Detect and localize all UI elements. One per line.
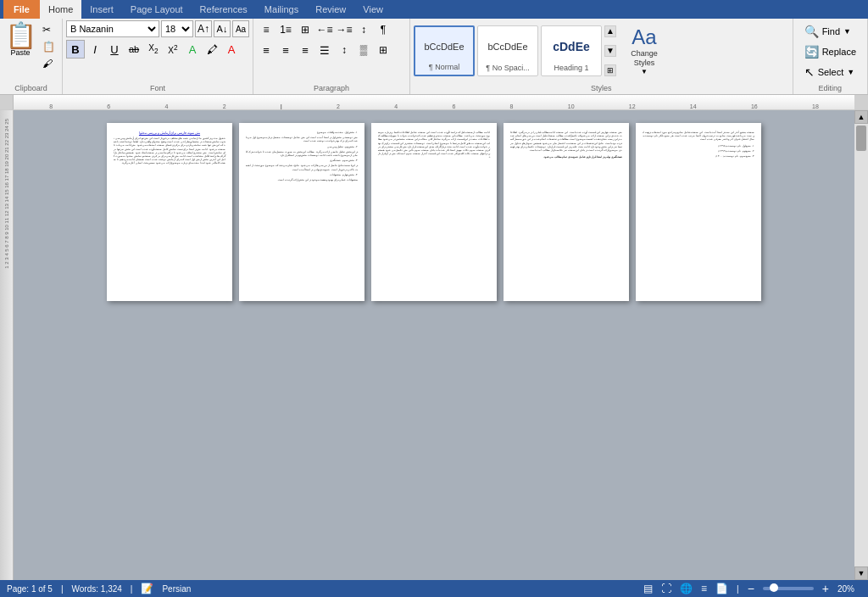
strikethrough-button[interactable]: ab: [125, 40, 143, 59]
align-center-button[interactable]: ≡: [276, 41, 295, 59]
borders-button[interactable]: ⊞: [374, 41, 392, 59]
full-screen-button[interactable]: ⛶: [661, 583, 671, 594]
draft-view-button[interactable]: 📄: [715, 583, 728, 594]
zoom-out-button[interactable]: −: [748, 582, 754, 595]
style-heading1[interactable]: cDdEe Heading 1: [541, 25, 602, 76]
editing-group-label: Editing: [793, 84, 867, 92]
page-5: صفحه پنجم و آخر این سند در اینجا آمده اس…: [636, 123, 761, 301]
review-tab[interactable]: Review: [307, 0, 354, 19]
vertical-ruler: 1 2 3 4 5 6 7 8 9 10 11 12 13 14 15 16 1…: [0, 110, 14, 580]
styles-group-label: Styles: [410, 84, 793, 92]
zoom-level: 20%: [837, 584, 861, 594]
increase-indent-button[interactable]: →≡: [335, 20, 353, 39]
page-layout-tab[interactable]: Page Layout: [122, 0, 192, 19]
paragraph-group: ≡ 1≡ ⊞ ←≡ →≡ ↕ ¶ ≡ ≡ ≡ ☰ ↕ ▒ ⊞ Paragraph: [253, 19, 410, 94]
sort-button[interactable]: ↕: [354, 20, 373, 39]
outline-view-button[interactable]: ≡: [701, 583, 707, 594]
bold-button[interactable]: B: [66, 40, 85, 59]
font-color-button[interactable]: A: [222, 40, 241, 59]
view-tab[interactable]: View: [354, 0, 392, 19]
line-spacing-button[interactable]: ↕: [335, 41, 353, 59]
scroll-thumb[interactable]: [856, 126, 866, 151]
font-size-select[interactable]: 18: [161, 20, 193, 37]
scroll-up-button[interactable]: ▲: [854, 110, 868, 124]
shading-button[interactable]: ▒: [354, 41, 373, 59]
underline-button[interactable]: U: [105, 40, 124, 59]
change-styles-button[interactable]: Aa Change Styles ▼: [619, 22, 670, 79]
font-name-select[interactable]: B Nazanin: [66, 20, 159, 37]
document-area: متن نمونه فارسی برای آزمایش و بررسی محتو…: [14, 110, 854, 580]
clipboard-group-label: Clipboard: [0, 84, 62, 92]
zoom-slider[interactable]: [763, 587, 814, 590]
superscript-button[interactable]: X2: [164, 40, 182, 59]
references-tab[interactable]: References: [192, 0, 256, 19]
shrink-font-button[interactable]: A↓: [214, 20, 231, 37]
copy-button[interactable]: 📋: [39, 39, 58, 54]
text-effects-button[interactable]: A: [183, 40, 202, 59]
styles-more[interactable]: ⊞: [604, 64, 616, 76]
style-no-spacing[interactable]: bCcDdEe ¶ No Spaci...: [477, 25, 538, 76]
font-group: B Nazanin 18 A↑ A↓ Aa B I U ab X2 X2 A 🖍…: [63, 19, 253, 94]
styles-group: bCcDdEe ¶ Normal bCcDdEe ¶ No Spaci... c…: [410, 19, 793, 94]
select-button[interactable]: ↖ Select ▼: [800, 63, 860, 81]
replace-button[interactable]: 🔄 Replace: [800, 42, 860, 61]
mailings-tab[interactable]: Mailings: [256, 0, 307, 19]
page-info: Page: 1 of 5: [7, 584, 53, 594]
grow-font-button[interactable]: A↑: [195, 20, 212, 37]
web-layout-button[interactable]: 🌐: [680, 583, 693, 594]
cut-button[interactable]: ✂: [39, 22, 58, 37]
find-button[interactable]: 🔍 Find ▼: [800, 22, 860, 41]
horizontal-ruler: 8 6 4 2 | 2 4 6 8 10 12 14 16 18: [14, 95, 854, 109]
print-layout-button[interactable]: ▤: [643, 583, 653, 594]
font-group-label: Font: [63, 84, 253, 92]
language-indicator[interactable]: Persian: [162, 584, 191, 594]
home-tab[interactable]: Home: [40, 0, 81, 19]
style-normal[interactable]: bCcDdEe ¶ Normal: [414, 25, 475, 76]
format-painter-button[interactable]: 🖌: [39, 56, 58, 71]
insert-tab[interactable]: Insert: [81, 0, 122, 19]
show-formatting-button[interactable]: ¶: [374, 20, 392, 39]
paragraph-group-label: Paragraph: [253, 84, 409, 92]
highlight-button[interactable]: 🖍: [203, 40, 221, 59]
justify-button[interactable]: ☰: [315, 41, 334, 59]
paste-button[interactable]: 📋 Paste: [3, 20, 37, 59]
subscript-button[interactable]: X2: [144, 40, 163, 59]
page-4: متن صفحه چهارم در این قسمت آورده شده است…: [504, 123, 629, 301]
scroll-down-button[interactable]: ▼: [854, 566, 868, 580]
file-tab[interactable]: File: [3, 0, 40, 19]
vertical-scrollbar[interactable]: ▲ ▼: [854, 110, 868, 580]
align-right-button[interactable]: ≡: [296, 41, 314, 59]
spelling-check-icon[interactable]: 📝: [141, 583, 153, 594]
status-bar: Page: 1 of 5 | Words: 1,324 | 📝 Persian …: [0, 580, 868, 597]
decrease-indent-button[interactable]: ←≡: [315, 20, 334, 39]
styles-scroll-up[interactable]: ▲: [604, 25, 616, 37]
align-left-button[interactable]: ≡: [257, 41, 275, 59]
zoom-in-button[interactable]: +: [822, 582, 829, 595]
styles-scroll-down[interactable]: ▼: [604, 45, 616, 57]
editing-group: 🔍 Find ▼ 🔄 Replace ↖ Select ▼ Editing: [793, 19, 868, 94]
italic-button[interactable]: I: [86, 40, 104, 59]
page-1: متن نمونه فارسی برای آزمایش و بررسی محتو…: [107, 123, 232, 301]
page-3: ادامه مطالب از صفحه قبل که در اینجا آورد…: [371, 123, 497, 301]
bullets-button[interactable]: ≡: [257, 20, 275, 39]
multilevel-list-button[interactable]: ⊞: [296, 20, 314, 39]
numbering-button[interactable]: 1≡: [276, 20, 295, 39]
clipboard-group: 📋 Paste ✂ 📋 🖌 Clipboard: [0, 19, 63, 94]
page-2: ۱- بخش اول: مقدمه و کلیات موضوع متن توضی…: [239, 123, 364, 301]
word-count: Words: 1,324: [72, 584, 122, 594]
clear-format-button[interactable]: Aa: [232, 20, 249, 37]
